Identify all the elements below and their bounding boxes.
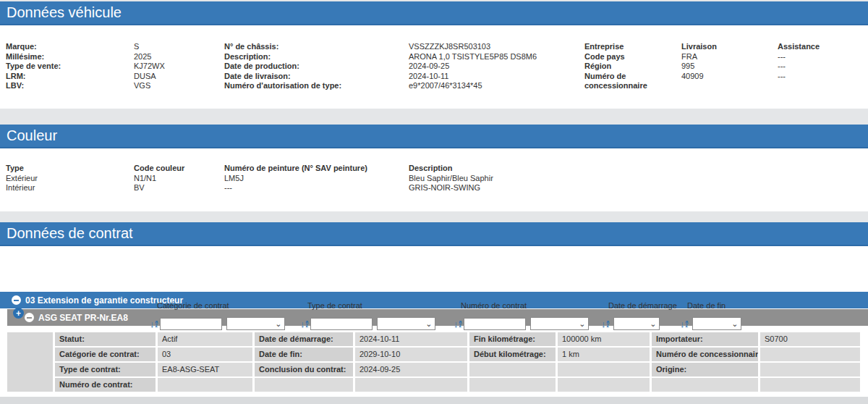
cell-label: Date de fin: [255,348,353,361]
cell-label: Catégorie de contrat: [55,348,156,361]
color-exterior-code: N1/N1 [134,174,224,184]
cell-value: 100000 km [558,332,650,346]
col-header-code-couleur: Code couleur [134,164,224,174]
cell-label: Début kilométrage: [469,348,556,361]
color-table: Type Code couleur Numéro de peinture (N°… [6,164,493,193]
vehicle-section: Données véhicule Marque:S Millésime:2025… [0,1,868,109]
field-millesime: Millésime:2025 [6,52,165,62]
filter-label: Date de démarrage [608,300,677,311]
color-interior-description: GRIS-NOIR-SWING [409,183,493,193]
cell-label: Fin kilométrage: [469,332,556,346]
filter-categorie-select[interactable]: ⌄ [226,317,285,330]
cell-empty [255,378,353,392]
field-description: Description:ARONA 1,0 TSISTYLE5P85 DS8M6 [224,52,537,62]
color-section: Couleur Type Code couleur Numéro de pein… [0,125,868,211]
value-concessionnaire-assistance: --- [778,72,820,91]
cell-empty [355,378,467,392]
vehicle-column-2: N° de châssis:VSSZZZKJ8SR503103 Descript… [224,42,537,91]
sort-az-icon[interactable]: ↓az [150,320,158,328]
row-label-region: Région [584,62,681,72]
sort-az-icon[interactable]: ↓az [300,320,308,328]
filter-numero-input[interactable] [464,318,526,330]
filter-date-de-fin: Date de fin ↓az ⌄ [680,300,741,330]
chevron-down-icon: ⌄ [275,320,281,327]
field-lrm: LRM:DUSA [6,72,165,82]
row-label-code-pays: Code pays [584,52,681,62]
sort-az-icon[interactable]: ↓az [601,320,609,328]
sort-az-icon[interactable]: ↓az [680,320,688,328]
cell-label: Date de démarrage: [255,332,353,346]
contract-details-table: Statut: Actif Date de démarrage: 2024-10… [7,332,861,392]
chevron-down-icon: ⌄ [731,320,738,327]
table-row-spacer [7,332,53,392]
value-code-pays-assistance: --- [778,52,820,62]
page-footer-bar [0,397,868,404]
chevron-down-icon: ⌄ [650,320,656,327]
filter-fin-select[interactable]: ⌄ [692,317,741,330]
color-exterior-paint: LM5J [224,174,409,184]
cell-value: 2024-10-11 [355,332,467,346]
cell-value [760,363,860,376]
field-date-production: Date de production:2024-09-25 [224,62,537,72]
contract-section: Données de contrat + Catégorie de contra… [0,222,868,404]
collapse-icon[interactable] [25,313,34,322]
value-region-livraison: 995 [681,62,778,72]
cell-value: 2029-10-10 [355,348,467,361]
filter-type-de-contrat: Type de contrat ↓az ⌄ [300,300,435,330]
cell-empty [469,378,556,392]
filter-numero-de-contrat: Numéro de contrat ↓az ⌄ [454,300,589,330]
chevron-down-icon: ⌄ [425,320,432,327]
cell-empty [558,363,650,376]
cell-label: Statut: [55,332,156,346]
subgroup-title: ASG SEAT PR-Nr.EA8 [38,313,128,323]
field-marque: Marque:S [6,42,165,52]
field-type-de-vente: Type de vente:KJ72WX [6,62,165,72]
filter-demarrage-select[interactable]: ⌄ [613,317,660,330]
cell-value: 2024-09-25 [355,363,467,376]
vehicle-section-title: Données véhicule [0,1,868,25]
value-code-pays-livraison: FRA [681,52,778,62]
filter-categorie-de-contrat: Catégorie de contrat ↓az ⌄ [150,300,285,330]
cell-label: Numéro de contrat: [55,378,156,392]
field-autorisation-type: Numéro d'autorisation de type:e9*2007/46… [224,81,537,91]
add-contract-button[interactable]: + [13,308,24,319]
filter-label: Date de fin [687,300,741,311]
vehicle-enterprise-table: Entreprise Livraison Assistance Code pay… [584,42,820,91]
filter-label: Catégorie de contrat [157,300,285,311]
cell-label: Type de contrat: [55,363,156,376]
filter-label: Type de contrat [307,300,435,311]
color-interior-code: BV [134,183,224,193]
col-header-entreprise: Entreprise [584,42,681,52]
filter-numero-select[interactable]: ⌄ [530,317,589,330]
cell-label: Importateur: [652,332,758,346]
field-lbv: LBV:VGS [6,81,165,91]
filter-date-de-demarrage: Date de démarrage ↓az ⌄ [601,300,677,330]
cell-label: Conclusion du contrat: [255,363,353,376]
vehicle-column-1: Marque:S Millésime:2025 Type de vente:KJ… [6,42,165,91]
collapse-icon[interactable] [12,295,21,305]
field-chassis: N° de châssis:VSSZZZKJ8SR503103 [224,42,537,52]
filter-label: Numéro de contrat [461,300,589,311]
color-section-title: Couleur [0,125,868,148]
cell-value: 03 [158,348,252,361]
filter-type-input[interactable] [310,318,373,330]
cell-empty [158,378,252,392]
color-exterior-type: Extérieur [6,174,134,184]
cell-empty [469,363,556,376]
sort-az-icon[interactable]: ↓az [454,320,461,328]
cell-value [760,348,860,361]
color-interior-type: Intérieur [6,183,134,193]
color-exterior-description: Bleu Saphir/Bleu Saphir [409,174,493,184]
cell-label: Origine: [652,363,758,376]
cell-empty [760,378,860,392]
cell-label: Numéro de concessionnaire: [652,348,758,361]
col-header-description: Description [409,164,493,174]
row-label-concessionnaire: Numéro de concessionnaire [584,72,681,91]
col-header-numero-peinture: Numéro de peinture (N° SAV peinture) [224,164,409,174]
cell-value: Actif [158,332,252,346]
filter-type-select[interactable]: ⌄ [377,317,435,330]
filter-categorie-input[interactable] [160,318,222,330]
col-header-assistance: Assistance [778,42,820,52]
cell-value: 1 km [558,348,650,361]
cell-value: EA8-ASG-SEAT [158,363,252,376]
